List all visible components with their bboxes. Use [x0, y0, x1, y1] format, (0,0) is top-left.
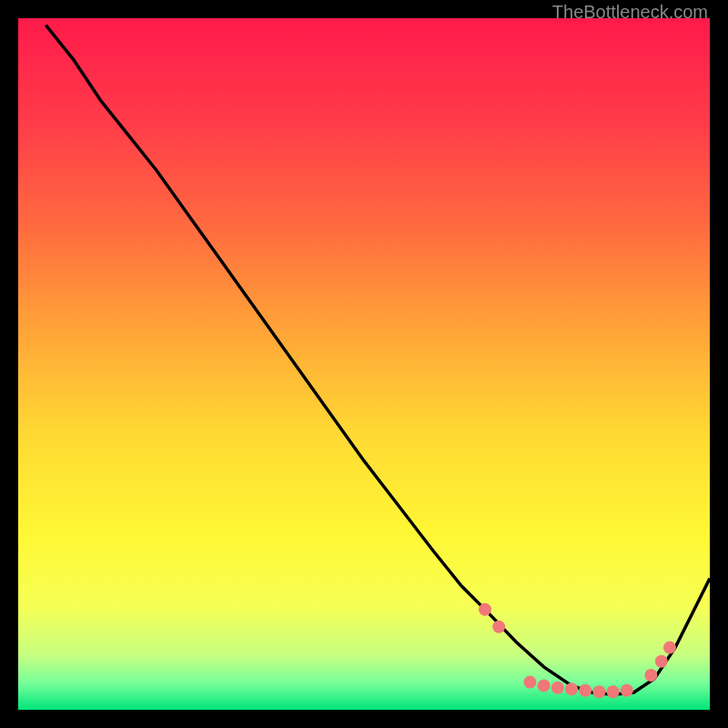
highlight-point — [663, 642, 676, 654]
highlight-point — [607, 685, 620, 698]
highlight-point — [579, 684, 592, 697]
highlight-point — [492, 621, 505, 633]
highlight-point — [551, 682, 564, 694]
highlight-point — [621, 684, 633, 697]
highlight-point — [592, 685, 605, 698]
bottleneck-chart — [18, 18, 710, 710]
highlight-point — [523, 676, 536, 689]
watermark-text: TheBottleneck.com — [552, 2, 708, 23]
highlight-point — [479, 603, 491, 616]
gradient-background — [18, 18, 710, 710]
highlight-point — [655, 655, 668, 668]
highlight-point — [538, 679, 551, 692]
highlight-point — [644, 669, 657, 682]
highlight-point — [565, 682, 578, 695]
chart-container — [18, 18, 710, 710]
